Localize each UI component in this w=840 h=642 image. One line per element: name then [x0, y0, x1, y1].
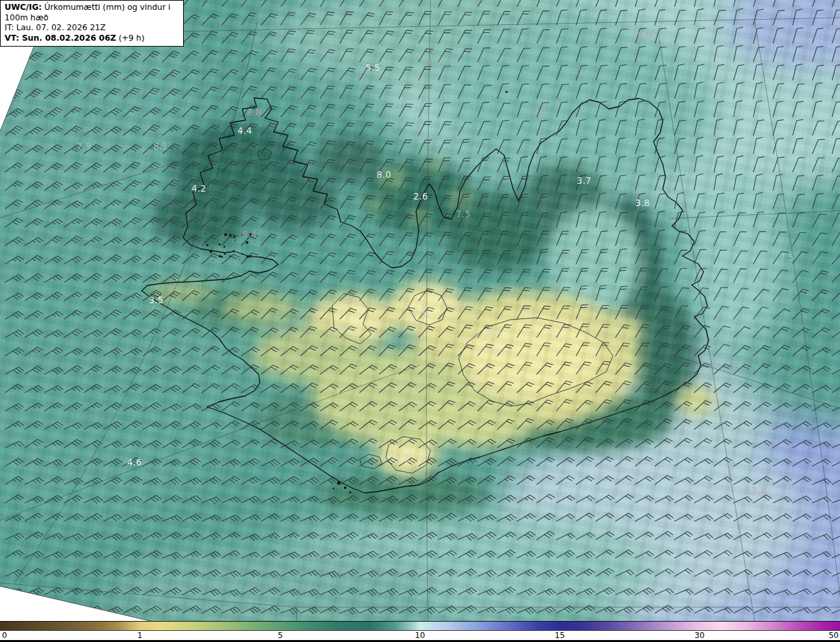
- colorbar-tick: 50: [829, 631, 839, 640]
- title-line-2-init-time: IT: Lau. 07. 02. 2026 21Z: [5, 23, 179, 33]
- islet-dot: [212, 247, 213, 248]
- colorbar-tick: 0: [2, 631, 7, 640]
- colorbar-tick: 15: [555, 631, 564, 640]
- colorbar-gradient: [0, 621, 840, 631]
- islet-dot: [240, 259, 240, 259]
- domain-edge-wedges: [0, 0, 167, 621]
- islet-dot: [246, 241, 249, 244]
- islet-dot: [242, 234, 243, 236]
- islet-dot: [221, 256, 223, 258]
- weather-map-page: { "header": { "line1_label": "UWC/IG:", …: [0, 0, 840, 642]
- colorbar-footer: 01510153050: [0, 621, 840, 642]
- colorbar-tick: 1: [137, 631, 142, 640]
- colorbar-tick: 5: [278, 631, 283, 640]
- title-line-1: UWC/IG: Úrkomumætti (mm) og vindur i 100…: [5, 3, 179, 23]
- title-line-3-valid-time: VT: Sun. 08.02.2026 06Z (+9 h): [5, 33, 179, 44]
- islet-dot: [204, 233, 205, 234]
- islet-dot: [233, 249, 234, 251]
- product-id: UWC/IG:: [5, 3, 42, 12]
- colorbar-ticks: 01510153050: [0, 631, 840, 640]
- islet-dot: [223, 247, 224, 248]
- islet-dot: [219, 244, 220, 246]
- islet-dot: [213, 260, 213, 261]
- wind-barbs-layer: [5, 0, 840, 614]
- islet-dot: [235, 240, 236, 242]
- islet-dot: [219, 234, 220, 236]
- title-box: UWC/IG: Úrkomumætti (mm) og vindur i 100…: [0, 0, 184, 47]
- islet-dot: [206, 244, 208, 246]
- islet-dot: [242, 253, 243, 255]
- map-overlay: [0, 0, 840, 621]
- coastline: [142, 98, 709, 493]
- islet-dot: [224, 253, 226, 255]
- colorbar-tick: 10: [415, 631, 425, 640]
- islet-dot: [224, 234, 227, 236]
- graticule: [0, 0, 840, 621]
- colorbar-tick: 30: [694, 631, 704, 640]
- islet-dot: [210, 250, 213, 253]
- map-canvas: 5.58.79.67.98.14.48.84.28.02.67.58.33.73…: [0, 0, 840, 621]
- wind-barbs: [5, 0, 840, 614]
